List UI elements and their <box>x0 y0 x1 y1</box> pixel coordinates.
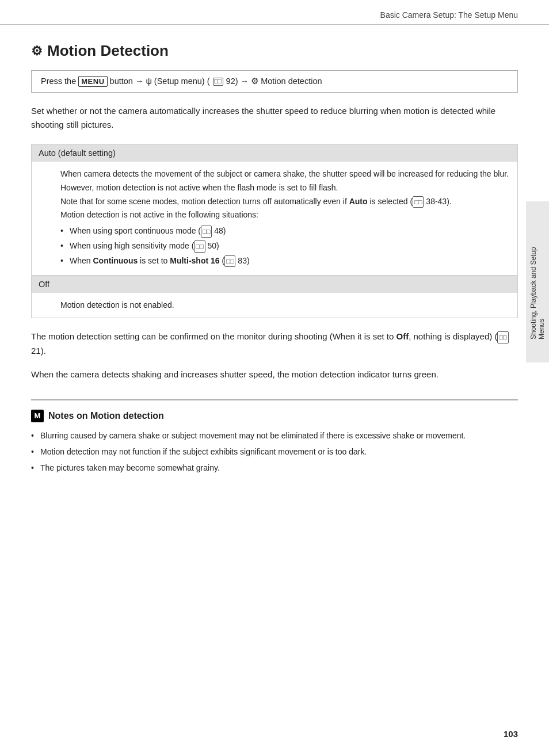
auto-desc-1: When camera detects the movement of the … <box>60 169 509 178</box>
auto-desc-4: Motion detection is not active in the fo… <box>60 210 258 219</box>
page-number: 103 <box>504 729 518 739</box>
auto-desc-3: Note that for some scene modes, motion d… <box>60 197 452 206</box>
note-item-3: The pictures taken may become somewhat g… <box>31 461 518 474</box>
auto-setting-body: When camera detects the movement of the … <box>32 162 517 275</box>
note-item-2: Motion detection may not function if the… <box>31 445 518 458</box>
menu-path-ref: 92) → <box>226 77 251 86</box>
notes-icon: M <box>31 410 44 422</box>
menu-path-box: Press the MENU button → ψ (Setup menu) (… <box>31 70 518 93</box>
motion-detection-icon: ⚙ <box>31 44 43 59</box>
footer-paragraph-1: The motion detection setting can be conf… <box>31 330 518 358</box>
notes-title: M Notes on Motion detection <box>31 410 518 422</box>
menu-path-text: button → ψ (Setup menu) ( <box>110 77 210 86</box>
footer-paragraph-2: When the camera detects shaking and incr… <box>31 368 518 382</box>
motion-path-icon: ⚙ <box>251 77 258 86</box>
off-setting-header: Off <box>32 276 517 293</box>
menu-key-label: MENU <box>78 76 107 87</box>
intro-paragraph: Set whether or not the camera automatica… <box>31 104 518 133</box>
off-bold: Off <box>396 331 409 341</box>
right-tab: Shooting, Playback and Setup Menus <box>526 201 549 362</box>
bullet-1: When using sport continuous mode (□□ 48) <box>60 224 510 238</box>
off-setting-row: Off Motion detection is not enabled. <box>32 275 518 318</box>
auto-setting-row: Auto (default setting) When camera detec… <box>32 144 518 276</box>
auto-setting-header: Auto (default setting) <box>32 144 517 162</box>
off-setting-body: Motion detection is not enabled. <box>32 293 517 318</box>
auto-bullets: When using sport continuous mode (□□ 48)… <box>60 224 510 268</box>
notes-section: M Notes on Motion detection Blurring cau… <box>31 399 518 475</box>
note-item-1: Blurring caused by camera shake or subje… <box>31 429 518 442</box>
page-title: ⚙ Motion Detection <box>31 42 518 60</box>
notes-list: Blurring caused by camera shake or subje… <box>31 429 518 475</box>
section-title: Motion Detection <box>47 42 169 60</box>
settings-table: Auto (default setting) When camera detec… <box>31 144 518 318</box>
page-header: Basic Camera Setup: The Setup Menu <box>0 0 549 25</box>
bullet-2: When using high sensitivity mode (□□ 50) <box>60 239 510 253</box>
main-content: ⚙ Motion Detection Press the MENU button… <box>0 25 549 501</box>
menu-path-end: Motion detection <box>261 77 322 86</box>
ref-box-1: □□ <box>213 78 223 86</box>
menu-path-prefix: Press the <box>41 77 78 86</box>
bullet-3: When Continuous is set to Multi-shot 16 … <box>60 254 510 268</box>
notes-heading: Notes on Motion detection <box>48 411 164 421</box>
header-title: Basic Camera Setup: The Setup Menu <box>380 10 518 20</box>
auto-desc-2: However, motion detection is not active … <box>60 183 338 192</box>
